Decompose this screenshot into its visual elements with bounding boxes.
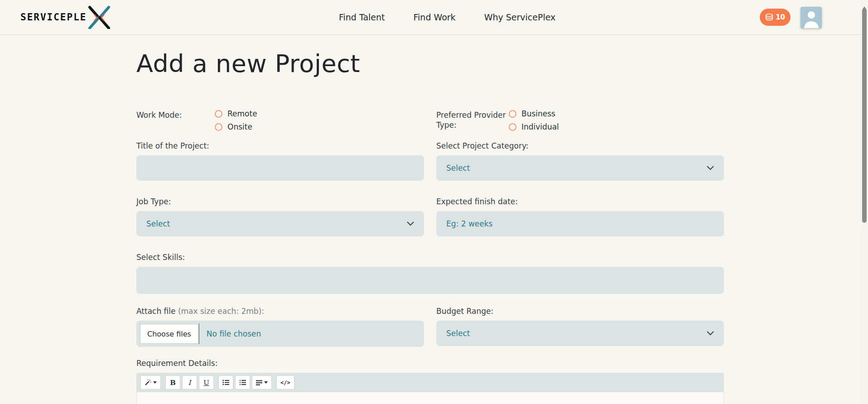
nav-why-serviceplex[interactable]: Why ServicePlex bbox=[484, 12, 556, 22]
chevron-down-icon bbox=[707, 331, 714, 336]
category-select-value: Select bbox=[446, 164, 470, 173]
requirement-details-editor[interactable] bbox=[136, 392, 724, 404]
attach-file-label-note: (max size each: 2mb): bbox=[178, 307, 264, 316]
file-chosen-status: No file chosen bbox=[207, 329, 261, 338]
nav-find-talent[interactable]: Find Talent bbox=[339, 12, 385, 22]
budget-label: Budget Range: bbox=[436, 307, 724, 316]
radio-option-label: Individual bbox=[521, 122, 559, 131]
budget-select[interactable]: Select bbox=[436, 321, 724, 346]
header: SERVICEPLE Find Talent Find Work Why Ser… bbox=[0, 0, 868, 35]
editor-toolbar: B I U bbox=[136, 373, 724, 392]
provider-type-label: Preferred Provider Type: bbox=[436, 109, 509, 131]
provider-type-group: Preferred Provider Type: Business Indivi… bbox=[436, 109, 724, 131]
category-select[interactable]: Select bbox=[436, 155, 724, 181]
radio-icon[interactable] bbox=[509, 123, 516, 131]
skills-label: Select Skills: bbox=[136, 253, 724, 262]
work-mode-label: Work Mode: bbox=[136, 109, 215, 131]
nav-find-work[interactable]: Find Work bbox=[414, 12, 456, 22]
job-type-label: Job Type: bbox=[136, 197, 424, 206]
coins-icon bbox=[765, 13, 774, 21]
paragraph-align-button[interactable] bbox=[252, 375, 272, 390]
chevron-down-icon bbox=[707, 166, 714, 170]
work-mode-remote-option[interactable]: Remote bbox=[215, 109, 257, 118]
caret-down-icon bbox=[153, 381, 157, 384]
ordered-list-icon bbox=[239, 380, 246, 385]
choose-files-button[interactable]: Choose files bbox=[140, 324, 198, 344]
magic-wand-button[interactable] bbox=[140, 375, 161, 390]
finish-date-input[interactable] bbox=[436, 211, 724, 236]
radio-icon[interactable] bbox=[215, 110, 222, 118]
category-label: Select Project Category: bbox=[436, 141, 724, 150]
budget-select-value: Select bbox=[446, 329, 470, 338]
requirement-details-label: Requirement Details: bbox=[136, 359, 724, 368]
add-project-form: Add a new Project Work Mode: Remote Onsi… bbox=[136, 48, 724, 404]
scrollbar[interactable] bbox=[861, 0, 868, 404]
job-type-select[interactable]: Select bbox=[136, 211, 424, 236]
work-mode-group: Work Mode: Remote Onsite bbox=[136, 109, 424, 131]
job-type-select-value: Select bbox=[146, 219, 170, 228]
italic-button[interactable]: I bbox=[182, 375, 197, 390]
project-title-input[interactable] bbox=[136, 155, 424, 181]
work-mode-onsite-option[interactable]: Onsite bbox=[215, 122, 257, 131]
project-title-label: Title of the Project: bbox=[136, 141, 424, 150]
file-input[interactable]: Choose files No file chosen bbox=[136, 321, 424, 347]
provider-type-individual-option[interactable]: Individual bbox=[509, 122, 559, 131]
header-right: 10 bbox=[760, 0, 822, 34]
chevron-down-icon bbox=[407, 221, 414, 226]
caret-down-icon bbox=[264, 381, 268, 384]
page-title: Add a new Project bbox=[136, 48, 724, 80]
code-view-button[interactable]: </> bbox=[276, 375, 294, 390]
logo[interactable]: SERVICEPLE bbox=[20, 5, 111, 29]
radio-icon[interactable] bbox=[509, 110, 516, 118]
underline-button[interactable]: U bbox=[199, 375, 214, 390]
logo-text: SERVICEPLE bbox=[20, 12, 87, 23]
attach-file-label-main: Attach file bbox=[136, 307, 176, 316]
avatar[interactable] bbox=[800, 7, 822, 28]
main-nav: Find Talent Find Work Why ServicePlex bbox=[339, 0, 555, 34]
provider-type-business-option[interactable]: Business bbox=[509, 109, 559, 118]
attach-file-label: Attach file (max size each: 2mb): bbox=[136, 307, 424, 316]
bold-button[interactable]: B bbox=[165, 375, 180, 390]
ordered-list-icon-button[interactable] bbox=[235, 375, 250, 390]
skills-input[interactable] bbox=[136, 267, 724, 294]
radio-option-label: Business bbox=[521, 109, 555, 118]
paragraph-align-icon bbox=[256, 380, 262, 385]
unordered-list-icon bbox=[222, 380, 229, 385]
user-icon bbox=[802, 9, 820, 28]
radio-option-label: Onsite bbox=[227, 122, 252, 131]
scrollbar-thumb[interactable] bbox=[862, 8, 867, 223]
unordered-list-button[interactable] bbox=[218, 375, 233, 390]
x-mark-logo-icon bbox=[87, 5, 111, 29]
credits-count: 10 bbox=[776, 13, 785, 21]
file-input-divider bbox=[199, 323, 199, 344]
finish-date-label: Expected finish date: bbox=[436, 197, 724, 206]
credits-badge[interactable]: 10 bbox=[760, 9, 791, 26]
radio-icon[interactable] bbox=[215, 123, 222, 131]
magic-wand-icon bbox=[145, 379, 151, 386]
radio-option-label: Remote bbox=[227, 109, 257, 118]
